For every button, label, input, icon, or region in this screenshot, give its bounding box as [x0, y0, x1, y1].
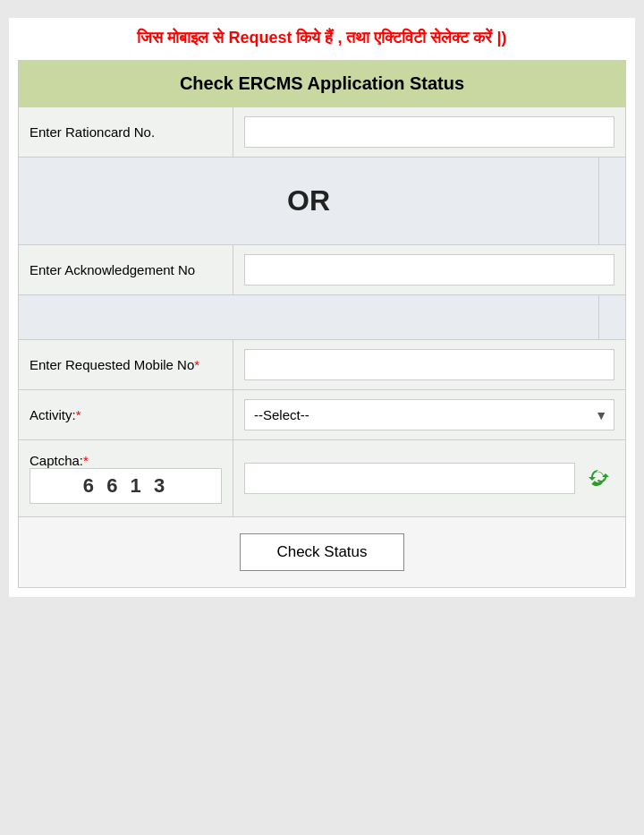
top-notice: जिस मोबाइल से Request किये हैं , तथा एक्… [18, 27, 626, 49]
mobile-label: Enter Requested Mobile No* [19, 340, 233, 389]
activity-select-wrapper: --Select-- New Ration Card Name Addition… [244, 399, 614, 430]
acknowledgement-field [233, 245, 625, 294]
captcha-row: Captcha:* 6 6 1 3 [19, 440, 625, 517]
mobile-input[interactable] [244, 349, 614, 380]
mobile-row: Enter Requested Mobile No* [19, 340, 625, 390]
refresh-icon[interactable] [582, 463, 614, 495]
or-side-border [598, 158, 625, 244]
captcha-required-marker: * [83, 453, 89, 468]
acknowledgement-row: Enter Acknowledgement No [19, 245, 625, 295]
rationcard-label: Enter Rationcard No. [19, 107, 233, 157]
captcha-label: Captcha:* 6 6 1 3 [19, 440, 233, 516]
captcha-inner [233, 440, 625, 516]
activity-row: Activity:* --Select-- New Ration Card Na… [19, 390, 625, 440]
rationcard-field [233, 107, 625, 157]
activity-required-marker: * [76, 407, 81, 422]
mobile-field [233, 340, 625, 389]
acknowledgement-label: Enter Acknowledgement No [19, 245, 233, 294]
form-title: Check ERCMS Application Status [19, 61, 625, 107]
captcha-value: 6 6 1 3 [30, 468, 222, 504]
spacer-row [19, 295, 625, 340]
or-text: OR [19, 158, 598, 244]
rationcard-row: Enter Rationcard No. [19, 107, 625, 158]
or-row: OR [19, 158, 625, 245]
activity-label: Activity:* [19, 390, 233, 439]
captcha-input[interactable] [244, 463, 575, 494]
spacer-cell [19, 295, 598, 339]
mobile-required-marker: * [194, 357, 199, 372]
activity-select[interactable]: --Select-- New Ration Card Name Addition… [244, 399, 614, 430]
acknowledgement-input[interactable] [244, 254, 614, 285]
check-status-button[interactable]: Check Status [240, 533, 403, 571]
spacer-side [598, 295, 625, 339]
submit-row: Check Status [19, 517, 625, 587]
rationcard-input[interactable] [244, 116, 614, 148]
activity-field: --Select-- New Ration Card Name Addition… [233, 390, 625, 439]
